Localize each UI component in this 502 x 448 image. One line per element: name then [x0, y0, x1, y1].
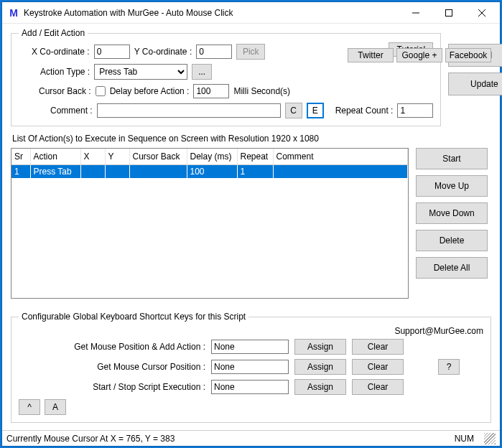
col-sr[interactable]: Sr: [11, 149, 30, 164]
cursor-back-checkbox[interactable]: [96, 86, 106, 96]
sc-startstop-clear[interactable]: Clear: [352, 379, 404, 395]
repeat-count-input[interactable]: [397, 103, 433, 118]
maximize-button[interactable]: [432, 2, 465, 24]
support-link[interactable]: Support@MurGee.com: [394, 326, 483, 336]
pick-button: Pick: [236, 44, 265, 60]
col-action[interactable]: Action: [30, 149, 80, 164]
delete-button[interactable]: Delete: [416, 230, 488, 251]
sc-startstop-label: Start / Stop Script Execution :: [19, 382, 205, 392]
sc-cursorpos-assign[interactable]: Assign: [294, 359, 346, 375]
close-button[interactable]: [465, 2, 498, 24]
movedown-button[interactable]: Move Down: [416, 202, 488, 224]
deleteall-button[interactable]: Delete All: [416, 257, 488, 279]
facebook-button[interactable]: Facebook: [445, 48, 491, 62]
sc-addaction-input[interactable]: [211, 340, 289, 354]
list-label: List Of Action(s) to Execute in Sequence…: [12, 134, 491, 144]
c-button[interactable]: C: [285, 103, 302, 118]
sc-addaction-clear[interactable]: Clear: [352, 339, 404, 355]
action-more-button[interactable]: ...: [192, 64, 212, 80]
status-num: NUM: [455, 434, 474, 444]
shortcuts-legend: Configurable Global Keyboard Shortcut Ke…: [19, 312, 248, 322]
status-text: Currently Mouse Cursor At X = 765, Y = 3…: [6, 434, 175, 444]
comment-label: Comment :: [50, 106, 93, 116]
sc-startstop-input[interactable]: [211, 380, 289, 394]
caret-button[interactable]: ^: [19, 399, 40, 415]
moveup-button[interactable]: Move Up: [416, 175, 488, 197]
col-delay[interactable]: Delay (ms): [187, 149, 237, 164]
sc-addaction-assign[interactable]: Assign: [294, 339, 346, 355]
sc-cursorpos-label: Get Mouse Cursor Position :: [19, 362, 205, 372]
window-title: Keystroke Automation with MurGee - Auto …: [24, 8, 399, 18]
sc-cursorpos-input[interactable]: [211, 360, 289, 374]
y-coord-label: Y Co-ordinate :: [134, 47, 192, 57]
e-button[interactable]: E: [307, 103, 324, 118]
statusbar: Currently Mouse Cursor At X = 765, Y = 3…: [2, 430, 500, 446]
cursor-back-label: Cursor Back :: [39, 86, 91, 96]
comment-input[interactable]: [97, 103, 281, 118]
sc-addaction-label: Get Mouse Position & Add Action :: [19, 342, 205, 352]
app-icon: M: [8, 7, 19, 19]
action-type-label: Action Type :: [40, 67, 90, 77]
shortcuts-fieldset: Configurable Global Keyboard Shortcut Ke…: [11, 312, 491, 423]
col-repeat[interactable]: Repeat: [237, 149, 273, 164]
delay-label: Delay before Action :: [110, 86, 190, 96]
col-comment[interactable]: Comment: [273, 149, 408, 164]
table-row[interactable]: 1Press Tab1001: [11, 164, 408, 178]
col-y[interactable]: Y: [105, 149, 129, 164]
delay-unit-label: Milli Second(s): [233, 86, 290, 96]
update-button[interactable]: Update: [448, 73, 502, 95]
a-button[interactable]: A: [45, 399, 66, 415]
action-table[interactable]: Sr Action X Y Cursor Back Delay (ms) Rep…: [11, 148, 409, 299]
add-edit-fieldset: Add / Edit Action Tutorial X Co-ordinate…: [11, 28, 441, 126]
twitter-button[interactable]: Twitter: [348, 48, 394, 62]
help-button[interactable]: ?: [438, 359, 460, 375]
action-type-select[interactable]: Press Tab: [94, 64, 187, 80]
y-coord-input[interactable]: [196, 45, 232, 59]
resize-grip-icon[interactable]: [484, 433, 496, 444]
googleplus-button[interactable]: Google +: [396, 48, 442, 62]
sc-startstop-assign[interactable]: Assign: [294, 379, 346, 395]
app-window: M Keystroke Automation with MurGee - Aut…: [1, 1, 501, 447]
titlebar: M Keystroke Automation with MurGee - Aut…: [2, 2, 500, 24]
sc-cursorpos-clear[interactable]: Clear: [352, 359, 404, 375]
svg-rect-1: [446, 9, 452, 16]
minimize-button[interactable]: [399, 2, 432, 24]
col-cursorback[interactable]: Cursor Back: [129, 149, 187, 164]
add-edit-legend: Add / Edit Action: [19, 28, 88, 38]
start-button[interactable]: Start: [416, 148, 488, 169]
social-bar: Twitter Google + Facebook: [348, 48, 491, 62]
x-coord-label: X Co-ordinate :: [32, 47, 90, 57]
main-action-buttons: Add Load Update Save: [448, 28, 502, 131]
repeat-count-label: Repeat Count :: [335, 106, 394, 116]
delay-input[interactable]: [193, 84, 229, 98]
col-x[interactable]: X: [80, 149, 105, 164]
x-coord-input[interactable]: [94, 45, 130, 59]
